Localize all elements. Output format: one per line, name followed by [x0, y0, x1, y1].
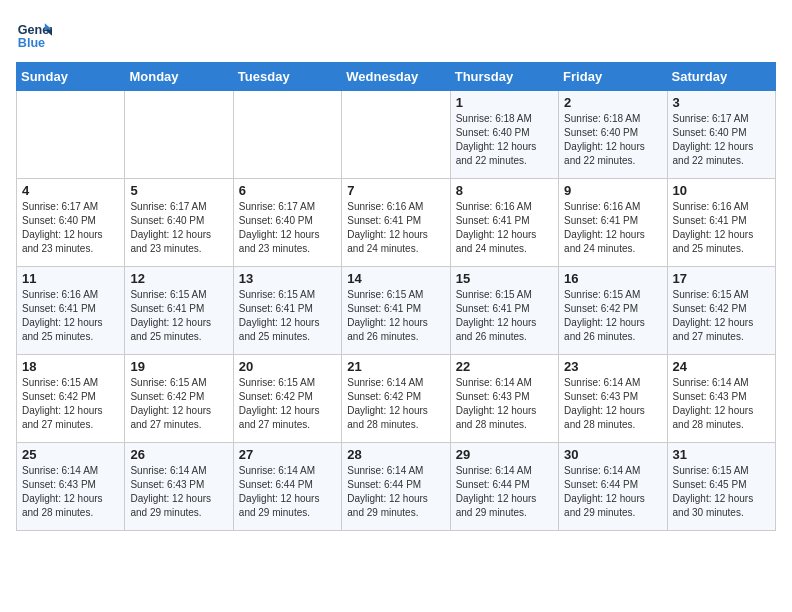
- calendar-cell: 3Sunrise: 6:17 AM Sunset: 6:40 PM Daylig…: [667, 91, 775, 179]
- calendar-cell: 7Sunrise: 6:16 AM Sunset: 6:41 PM Daylig…: [342, 179, 450, 267]
- day-info: Sunrise: 6:15 AM Sunset: 6:42 PM Dayligh…: [239, 376, 336, 432]
- day-info: Sunrise: 6:14 AM Sunset: 6:43 PM Dayligh…: [130, 464, 227, 520]
- logo-icon: General Blue: [16, 16, 52, 52]
- calendar-cell: [233, 91, 341, 179]
- day-info: Sunrise: 6:14 AM Sunset: 6:44 PM Dayligh…: [456, 464, 553, 520]
- calendar-cell: 22Sunrise: 6:14 AM Sunset: 6:43 PM Dayli…: [450, 355, 558, 443]
- day-info: Sunrise: 6:15 AM Sunset: 6:42 PM Dayligh…: [130, 376, 227, 432]
- calendar-cell: [342, 91, 450, 179]
- day-number: 19: [130, 359, 227, 374]
- day-number: 10: [673, 183, 770, 198]
- day-info: Sunrise: 6:15 AM Sunset: 6:41 PM Dayligh…: [239, 288, 336, 344]
- calendar-week-row: 4Sunrise: 6:17 AM Sunset: 6:40 PM Daylig…: [17, 179, 776, 267]
- calendar-cell: 8Sunrise: 6:16 AM Sunset: 6:41 PM Daylig…: [450, 179, 558, 267]
- svg-text:Blue: Blue: [18, 36, 45, 50]
- day-info: Sunrise: 6:16 AM Sunset: 6:41 PM Dayligh…: [673, 200, 770, 256]
- day-number: 8: [456, 183, 553, 198]
- day-info: Sunrise: 6:16 AM Sunset: 6:41 PM Dayligh…: [564, 200, 661, 256]
- calendar-week-row: 18Sunrise: 6:15 AM Sunset: 6:42 PM Dayli…: [17, 355, 776, 443]
- calendar-header-row: SundayMondayTuesdayWednesdayThursdayFrid…: [17, 63, 776, 91]
- day-number: 31: [673, 447, 770, 462]
- day-info: Sunrise: 6:15 AM Sunset: 6:42 PM Dayligh…: [564, 288, 661, 344]
- day-info: Sunrise: 6:16 AM Sunset: 6:41 PM Dayligh…: [22, 288, 119, 344]
- calendar-cell: 4Sunrise: 6:17 AM Sunset: 6:40 PM Daylig…: [17, 179, 125, 267]
- day-info: Sunrise: 6:14 AM Sunset: 6:43 PM Dayligh…: [22, 464, 119, 520]
- day-number: 11: [22, 271, 119, 286]
- day-info: Sunrise: 6:17 AM Sunset: 6:40 PM Dayligh…: [22, 200, 119, 256]
- calendar-cell: [125, 91, 233, 179]
- day-info: Sunrise: 6:15 AM Sunset: 6:45 PM Dayligh…: [673, 464, 770, 520]
- calendar-cell: 18Sunrise: 6:15 AM Sunset: 6:42 PM Dayli…: [17, 355, 125, 443]
- day-number: 15: [456, 271, 553, 286]
- calendar-cell: 20Sunrise: 6:15 AM Sunset: 6:42 PM Dayli…: [233, 355, 341, 443]
- calendar-cell: 24Sunrise: 6:14 AM Sunset: 6:43 PM Dayli…: [667, 355, 775, 443]
- day-info: Sunrise: 6:14 AM Sunset: 6:43 PM Dayligh…: [456, 376, 553, 432]
- calendar-cell: 6Sunrise: 6:17 AM Sunset: 6:40 PM Daylig…: [233, 179, 341, 267]
- day-number: 28: [347, 447, 444, 462]
- calendar-cell: 23Sunrise: 6:14 AM Sunset: 6:43 PM Dayli…: [559, 355, 667, 443]
- day-number: 25: [22, 447, 119, 462]
- day-number: 7: [347, 183, 444, 198]
- day-number: 13: [239, 271, 336, 286]
- day-number: 23: [564, 359, 661, 374]
- calendar-cell: 26Sunrise: 6:14 AM Sunset: 6:43 PM Dayli…: [125, 443, 233, 531]
- day-number: 16: [564, 271, 661, 286]
- day-info: Sunrise: 6:18 AM Sunset: 6:40 PM Dayligh…: [564, 112, 661, 168]
- day-number: 30: [564, 447, 661, 462]
- day-number: 18: [22, 359, 119, 374]
- day-info: Sunrise: 6:17 AM Sunset: 6:40 PM Dayligh…: [130, 200, 227, 256]
- weekday-header: Saturday: [667, 63, 775, 91]
- calendar-week-row: 25Sunrise: 6:14 AM Sunset: 6:43 PM Dayli…: [17, 443, 776, 531]
- day-number: 14: [347, 271, 444, 286]
- day-info: Sunrise: 6:14 AM Sunset: 6:44 PM Dayligh…: [347, 464, 444, 520]
- weekday-header: Thursday: [450, 63, 558, 91]
- calendar-cell: 9Sunrise: 6:16 AM Sunset: 6:41 PM Daylig…: [559, 179, 667, 267]
- calendar-cell: 29Sunrise: 6:14 AM Sunset: 6:44 PM Dayli…: [450, 443, 558, 531]
- calendar-cell: 2Sunrise: 6:18 AM Sunset: 6:40 PM Daylig…: [559, 91, 667, 179]
- calendar-cell: 12Sunrise: 6:15 AM Sunset: 6:41 PM Dayli…: [125, 267, 233, 355]
- day-info: Sunrise: 6:16 AM Sunset: 6:41 PM Dayligh…: [347, 200, 444, 256]
- calendar-week-row: 11Sunrise: 6:16 AM Sunset: 6:41 PM Dayli…: [17, 267, 776, 355]
- calendar-cell: [17, 91, 125, 179]
- calendar-cell: 28Sunrise: 6:14 AM Sunset: 6:44 PM Dayli…: [342, 443, 450, 531]
- calendar-cell: 31Sunrise: 6:15 AM Sunset: 6:45 PM Dayli…: [667, 443, 775, 531]
- day-number: 1: [456, 95, 553, 110]
- calendar-cell: 5Sunrise: 6:17 AM Sunset: 6:40 PM Daylig…: [125, 179, 233, 267]
- day-info: Sunrise: 6:17 AM Sunset: 6:40 PM Dayligh…: [673, 112, 770, 168]
- day-info: Sunrise: 6:15 AM Sunset: 6:42 PM Dayligh…: [22, 376, 119, 432]
- weekday-header: Monday: [125, 63, 233, 91]
- weekday-header: Wednesday: [342, 63, 450, 91]
- day-info: Sunrise: 6:15 AM Sunset: 6:41 PM Dayligh…: [456, 288, 553, 344]
- calendar-cell: 17Sunrise: 6:15 AM Sunset: 6:42 PM Dayli…: [667, 267, 775, 355]
- calendar-cell: 10Sunrise: 6:16 AM Sunset: 6:41 PM Dayli…: [667, 179, 775, 267]
- calendar-cell: 16Sunrise: 6:15 AM Sunset: 6:42 PM Dayli…: [559, 267, 667, 355]
- day-info: Sunrise: 6:14 AM Sunset: 6:42 PM Dayligh…: [347, 376, 444, 432]
- day-info: Sunrise: 6:14 AM Sunset: 6:43 PM Dayligh…: [673, 376, 770, 432]
- page-header: General Blue: [16, 16, 776, 52]
- calendar-cell: 30Sunrise: 6:14 AM Sunset: 6:44 PM Dayli…: [559, 443, 667, 531]
- day-info: Sunrise: 6:14 AM Sunset: 6:43 PM Dayligh…: [564, 376, 661, 432]
- weekday-header: Tuesday: [233, 63, 341, 91]
- weekday-header: Sunday: [17, 63, 125, 91]
- day-info: Sunrise: 6:14 AM Sunset: 6:44 PM Dayligh…: [564, 464, 661, 520]
- day-number: 3: [673, 95, 770, 110]
- day-number: 4: [22, 183, 119, 198]
- calendar-cell: 13Sunrise: 6:15 AM Sunset: 6:41 PM Dayli…: [233, 267, 341, 355]
- calendar-cell: 11Sunrise: 6:16 AM Sunset: 6:41 PM Dayli…: [17, 267, 125, 355]
- day-number: 29: [456, 447, 553, 462]
- calendar-cell: 1Sunrise: 6:18 AM Sunset: 6:40 PM Daylig…: [450, 91, 558, 179]
- day-number: 9: [564, 183, 661, 198]
- day-number: 6: [239, 183, 336, 198]
- calendar-cell: 15Sunrise: 6:15 AM Sunset: 6:41 PM Dayli…: [450, 267, 558, 355]
- day-info: Sunrise: 6:15 AM Sunset: 6:41 PM Dayligh…: [130, 288, 227, 344]
- calendar-table: SundayMondayTuesdayWednesdayThursdayFrid…: [16, 62, 776, 531]
- logo: General Blue: [16, 16, 52, 52]
- calendar-cell: 14Sunrise: 6:15 AM Sunset: 6:41 PM Dayli…: [342, 267, 450, 355]
- day-number: 17: [673, 271, 770, 286]
- day-number: 26: [130, 447, 227, 462]
- calendar-cell: 25Sunrise: 6:14 AM Sunset: 6:43 PM Dayli…: [17, 443, 125, 531]
- weekday-header: Friday: [559, 63, 667, 91]
- calendar-cell: 19Sunrise: 6:15 AM Sunset: 6:42 PM Dayli…: [125, 355, 233, 443]
- day-number: 5: [130, 183, 227, 198]
- day-info: Sunrise: 6:15 AM Sunset: 6:41 PM Dayligh…: [347, 288, 444, 344]
